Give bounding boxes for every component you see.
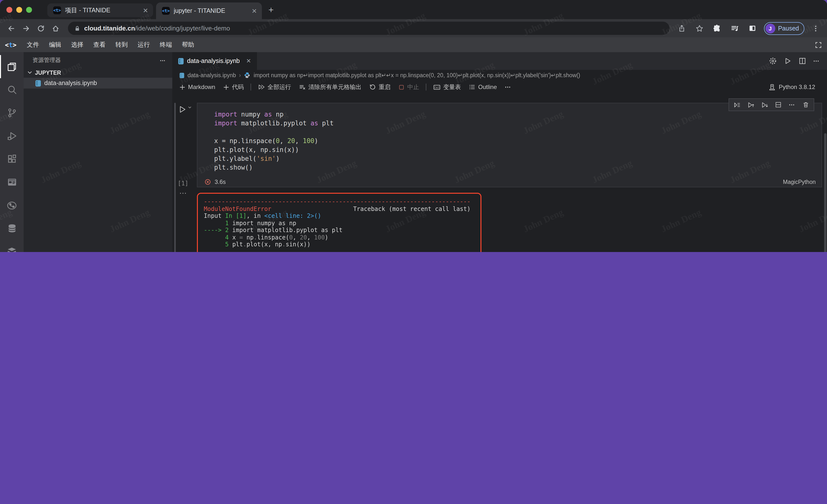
run-below-icon[interactable] xyxy=(759,99,770,110)
breadcrumb-file[interactable]: data-analysis.ipynb xyxy=(188,72,236,78)
sidebar-section-jupyter[interactable]: JUPYTER xyxy=(23,67,172,78)
chevron-right-icon: › xyxy=(239,72,241,78)
lock-icon xyxy=(74,25,81,32)
tab-close-icon[interactable]: ✕ xyxy=(143,7,148,13)
search-icon[interactable] xyxy=(0,78,23,101)
notebook-toolbar: Markdown 代码 全部运行 清除所有单元格输出 xyxy=(172,80,827,94)
close-window-button[interactable] xyxy=(6,7,12,13)
restart-icon xyxy=(370,83,376,91)
menu-编辑[interactable]: 编辑 xyxy=(45,39,66,50)
url-path: /ide/web/coding/jupyter/live-demo xyxy=(135,24,230,32)
menu-运行[interactable]: 运行 xyxy=(133,39,154,50)
playlist-icon[interactable] xyxy=(728,22,741,35)
database-icon[interactable] xyxy=(0,217,23,240)
interrupt-button[interactable]: 中止 xyxy=(395,82,422,92)
clear-outputs-icon xyxy=(299,83,306,91)
chevron-down-icon[interactable] xyxy=(188,105,192,110)
plus-icon xyxy=(223,84,230,90)
editor-tab-notebook[interactable]: data-analysis.ipynb ✕ xyxy=(172,52,257,70)
more-vertical-icon[interactable] xyxy=(809,22,822,35)
restart-button[interactable]: 重启 xyxy=(367,82,394,92)
browser-tab-title: 项目 - TITANIDE xyxy=(65,6,139,14)
menu-终端[interactable]: 终端 xyxy=(155,39,177,50)
cell-language[interactable]: MagicPython xyxy=(783,179,816,185)
tab-close-icon[interactable]: ✕ xyxy=(246,58,251,64)
plus-icon xyxy=(179,84,186,90)
more-horizontal-icon[interactable]: ⋯ xyxy=(813,58,820,64)
new-tab-button[interactable]: ＋ xyxy=(267,4,275,15)
breadcrumb-code[interactable]: import numpy as np↵import matplotlib.pyp… xyxy=(254,72,580,79)
address-bar[interactable]: cloud.titanide.cn/ide/web/coding/jupyter… xyxy=(68,22,669,35)
error-circle-icon xyxy=(204,178,211,185)
more-horizontal-icon[interactable]: ⋯ xyxy=(786,99,798,110)
extensions-puzzle-icon[interactable] xyxy=(711,22,723,35)
extensions-icon[interactable] xyxy=(0,148,23,171)
add-markdown-button[interactable]: Markdown xyxy=(176,82,218,92)
reload-icon[interactable] xyxy=(35,22,47,35)
fullscreen-icon[interactable] xyxy=(815,41,822,48)
run-icon[interactable] xyxy=(784,57,791,65)
error-output[interactable]: ----------------------------------------… xyxy=(197,193,481,252)
notebook-file-icon xyxy=(180,72,184,78)
execution-count: [1] xyxy=(178,180,188,187)
run-all-button[interactable]: 全部运行 xyxy=(255,82,294,92)
variables-button[interactable]: (x) 变量表 xyxy=(431,82,464,92)
zoom-window-button[interactable] xyxy=(26,7,32,13)
browser-window-icon[interactable] xyxy=(0,171,23,194)
star-icon[interactable] xyxy=(693,22,706,35)
url-domain: cloud.titanide.cn/ide/web/coding/jupyter… xyxy=(84,24,230,32)
browser-window: <t> 项目 - TITANIDE ✕ <t> jupyter - TITANI… xyxy=(0,0,827,252)
more-horizontal-icon[interactable]: ⋯ xyxy=(160,57,166,64)
browser-tabbar: <t> 项目 - TITANIDE ✕ <t> jupyter - TITANI… xyxy=(0,0,827,19)
forward-icon[interactable] xyxy=(20,22,33,35)
minimize-window-button[interactable] xyxy=(16,7,22,13)
profile-status-label: Paused xyxy=(778,25,799,32)
notebook-settings-gear-icon[interactable] xyxy=(769,57,777,65)
layers-icon[interactable] xyxy=(0,240,23,252)
run-cell-button[interactable] xyxy=(178,105,192,114)
site-favicon: <t> xyxy=(162,7,170,15)
outline-button[interactable]: Outline xyxy=(466,82,500,92)
home-icon[interactable] xyxy=(49,22,62,35)
run-debug-icon[interactable] xyxy=(0,124,23,148)
breadcrumb[interactable]: data-analysis.ipynb › import numpy as np… xyxy=(172,70,827,80)
browser-profile-button[interactable]: J Paused xyxy=(764,22,805,35)
kernel-picker[interactable]: Python 3.8.12 xyxy=(768,83,823,91)
activity-bar xyxy=(0,52,23,252)
add-code-button[interactable]: 代码 xyxy=(220,82,247,92)
split-editor-icon[interactable] xyxy=(798,57,806,65)
share-icon[interactable] xyxy=(675,22,688,35)
file-name: data-analysis.ipynb xyxy=(44,80,97,87)
code-cell[interactable]: import numpy as npimport matplotlib.pypl… xyxy=(197,103,822,187)
git-graph-icon[interactable] xyxy=(0,194,23,217)
cell-code[interactable]: import numpy as npimport matplotlib.pypl… xyxy=(197,103,822,172)
menu-转到[interactable]: 转到 xyxy=(111,39,132,50)
editor-region: data-analysis.ipynb ✕ ⋯ data-analysis.ip… xyxy=(172,52,827,252)
side-panel-icon[interactable] xyxy=(746,22,759,35)
browser-tab-project[interactable]: <t> 项目 - TITANIDE ✕ xyxy=(47,3,153,17)
split-cell-icon[interactable] xyxy=(772,99,784,110)
cell-toolbar: ⋯ xyxy=(729,98,814,111)
tab-close-icon[interactable]: ✕ xyxy=(251,8,257,14)
run-by-line-icon[interactable] xyxy=(731,99,743,110)
browser-tab-jupyter[interactable]: <t> jupyter - TITANIDE ✕ xyxy=(156,2,262,19)
back-icon[interactable] xyxy=(5,22,18,35)
browser-tab-title: jupyter - TITANIDE xyxy=(174,7,248,14)
menu-选择[interactable]: 选择 xyxy=(67,39,88,50)
source-control-icon[interactable] xyxy=(0,101,23,124)
menu-查看[interactable]: 查看 xyxy=(89,39,110,50)
app-logo: <t> xyxy=(5,41,16,48)
cell-focus-bar xyxy=(174,103,176,252)
clear-outputs-button[interactable]: 清除所有单元格输出 xyxy=(296,82,364,92)
run-above-icon[interactable] xyxy=(745,99,757,110)
output-options-icon[interactable]: ··· xyxy=(180,190,187,197)
more-horizontal-icon[interactable]: ⋯ xyxy=(502,82,515,92)
explorer-files-icon[interactable] xyxy=(0,55,23,78)
delete-cell-icon[interactable] xyxy=(800,99,812,110)
menu-文件[interactable]: 文件 xyxy=(22,39,44,50)
vscode-menubar: <t> 文件编辑选择查看转到运行终端帮助 xyxy=(0,37,827,52)
editor-scrollbar[interactable] xyxy=(824,133,827,252)
variables-icon: (x) xyxy=(433,83,441,91)
menu-帮助[interactable]: 帮助 xyxy=(178,39,199,50)
file-item-notebook[interactable]: data-analysis.ipynb xyxy=(23,78,172,89)
